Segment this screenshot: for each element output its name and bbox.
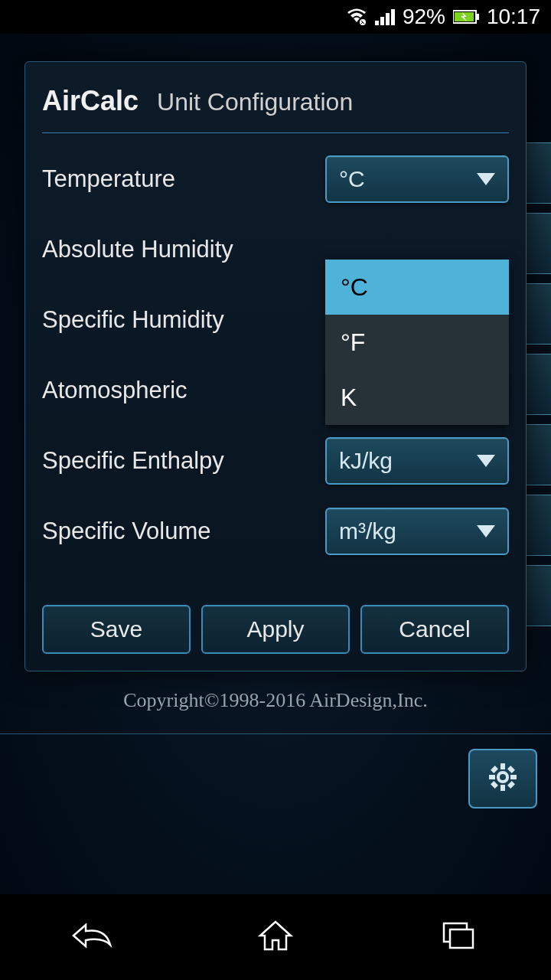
label-absolute-humidity: Absolute Humidity	[42, 236, 233, 263]
dropdown-option-celsius[interactable]: °C	[325, 260, 509, 315]
svg-rect-17	[450, 929, 473, 948]
chevron-down-icon	[477, 173, 495, 185]
recent-apps-icon	[441, 920, 478, 954]
dropdown-option-fahrenheit[interactable]: °F	[325, 315, 509, 370]
select-specific-volume[interactable]: m³/kg	[325, 508, 509, 555]
cancel-button[interactable]: Cancel	[360, 605, 509, 654]
home-button[interactable]	[230, 914, 321, 960]
nav-bar	[0, 894, 551, 980]
copyright-text: Copyright©1998-2016 AirDesign,Inc.	[0, 689, 551, 712]
clock-time: 10:17	[487, 5, 540, 29]
chevron-down-icon	[477, 455, 495, 467]
select-specific-enthalpy[interactable]: kJ/kg	[325, 437, 509, 485]
label-atmospheric: Atomospheric	[42, 377, 187, 404]
row-specific-volume: Specific Volume m³/kg	[42, 496, 509, 567]
wifi-icon	[346, 8, 367, 25]
label-specific-enthalpy: Specific Enthalpy	[42, 447, 224, 475]
recent-apps-button[interactable]	[413, 914, 505, 960]
dialog-header: AirCalc Unit Configuration	[42, 85, 509, 133]
save-button[interactable]: Save	[42, 605, 191, 654]
svg-rect-11	[510, 775, 517, 779]
gear-icon	[486, 760, 520, 797]
select-temperature[interactable]: °C	[325, 155, 509, 203]
svg-rect-4	[391, 9, 395, 25]
status-bar: 92% 10:17	[0, 0, 551, 34]
label-specific-humidity: Specific Humidity	[42, 306, 224, 334]
row-specific-enthalpy: Specific Enthalpy kJ/kg	[42, 426, 509, 496]
signal-icon	[375, 8, 395, 25]
battery-percent: 92%	[403, 5, 445, 29]
svg-rect-3	[386, 13, 390, 25]
back-button[interactable]	[46, 914, 138, 960]
svg-rect-1	[375, 21, 379, 25]
svg-rect-14	[507, 766, 515, 773]
svg-rect-8	[500, 763, 505, 769]
settings-button[interactable]	[468, 749, 537, 808]
chevron-down-icon	[477, 525, 495, 537]
svg-rect-10	[489, 775, 495, 779]
dropdown-option-kelvin[interactable]: K	[325, 370, 509, 425]
unit-config-dialog: AirCalc Unit Configuration Temperature °…	[24, 61, 527, 671]
svg-rect-12	[491, 766, 498, 773]
temperature-dropdown-list: °C °F K	[325, 260, 509, 425]
divider	[0, 733, 551, 734]
svg-rect-9	[500, 785, 505, 791]
svg-rect-6	[476, 14, 479, 20]
battery-icon	[453, 9, 479, 24]
dialog-title: Unit Configuration	[157, 88, 353, 116]
label-temperature: Temperature	[42, 165, 175, 193]
app-title: AirCalc	[42, 85, 139, 117]
svg-rect-2	[380, 17, 384, 25]
svg-rect-13	[507, 781, 515, 789]
svg-rect-15	[491, 781, 498, 789]
dialog-buttons: Save Apply Cancel	[42, 605, 509, 654]
row-temperature: Temperature °C	[42, 144, 509, 214]
back-icon	[69, 920, 115, 954]
apply-button[interactable]: Apply	[201, 605, 350, 654]
home-icon	[257, 919, 294, 956]
label-specific-volume: Specific Volume	[42, 518, 211, 545]
